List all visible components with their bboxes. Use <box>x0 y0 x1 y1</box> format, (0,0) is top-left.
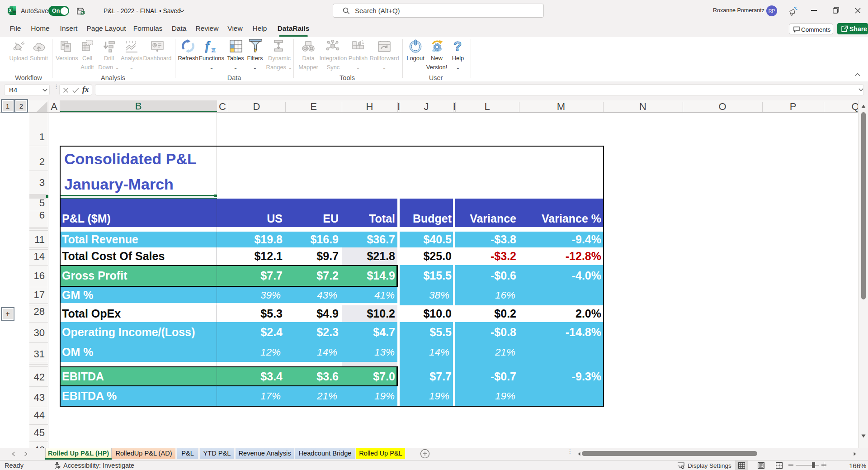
svg-text:X: X <box>9 8 12 13</box>
svg-text:f: f <box>205 39 211 52</box>
svg-text:?: ? <box>453 39 462 53</box>
svg-text:x: x <box>212 45 216 53</box>
